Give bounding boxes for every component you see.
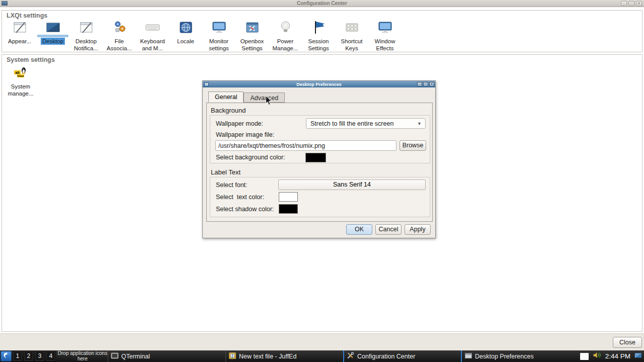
tab-content-frame: Background Wallpaper mode: Stretch to fi… [206,103,433,222]
dialog-maximize-icon[interactable]: □ [423,82,428,86]
dialog-minimize-icon[interactable]: – [417,82,422,86]
app-label: Monitor settings [202,38,235,52]
apply-button[interactable]: Apply [405,224,431,235]
chevron-down-icon: ▼ [417,121,422,126]
wallpaper-mode-combobox[interactable]: Stretch to fill the entire screen ▼ [306,118,426,129]
system-settings-title: System settings [2,55,642,63]
close-button[interactable]: Close [613,337,642,348]
wallpaper-file-input[interactable] [215,140,396,151]
lxqt-item-power-management[interactable]: Power Manage... [269,20,302,52]
lxqt-item-monitor-settings[interactable]: Monitor settings [202,20,235,52]
dialog-title: Desktop Preferences [203,82,435,87]
background-section-label: Background [211,107,246,114]
cancel-button[interactable]: Cancel [375,224,401,235]
mouse-cursor [265,96,272,108]
dialog-titlebar[interactable]: Desktop Preferences – □ ✕ [203,81,435,87]
locale-globe-icon [178,19,194,38]
close-icon[interactable]: ✕ [636,1,642,6]
lxqt-item-appearance[interactable]: Appear... [3,20,36,52]
lxqt-item-desktop[interactable]: Desktop [36,20,69,52]
task-label: New text file - JuffEd [239,353,296,360]
task-desktop-preferences[interactable]: Desktop Preferences [461,350,579,362]
quicklaunch-hint: Drop application icons here [57,351,108,361]
shadow-color-label: Select shadow color: [216,206,274,213]
desktop-icon [45,19,61,38]
shortcut-keys-icon [344,19,360,38]
task-label: QTerminal [121,353,150,360]
task-juffed[interactable]: New text file - JuffEd [225,350,343,362]
tab-general[interactable]: General [208,92,244,103]
terminal-icon [111,352,119,361]
wallpaper-mode-label: Wallpaper mode: [216,120,263,127]
openbox-icon [244,19,261,38]
app-label: Desktop Notifica... [69,38,103,52]
clipboard-tray-icon[interactable] [580,353,589,360]
workspace-button-3[interactable]: 3 [35,351,45,361]
desktop-preferences-dialog: Desktop Preferences – □ ✕ General Advanc… [202,80,436,238]
app-label: Locale [177,38,194,45]
window-title: Configuration Center [0,1,644,6]
workspace-button-4[interactable]: 4 [46,351,56,361]
minimize-icon[interactable]: – [621,1,627,6]
appearance-icon [12,19,28,38]
lxqt-item-shortcut-keys[interactable]: Shortcut Keys [335,20,368,52]
dialog-close-icon[interactable]: ✕ [429,82,434,86]
lxqt-settings-title: LXQt settings [2,11,642,19]
file-associations-icon [111,19,128,38]
dialog-tabbar: General Advanced [208,92,285,103]
tab-advanced[interactable]: Advanced [244,93,285,103]
app-label: Desktop [41,38,65,45]
task-label: Configuration Center [357,353,415,360]
app-label: Power Manage... [269,38,302,52]
config-center-titlebar[interactable]: Configuration Center – □ ✕ [0,0,644,7]
lxqt-item-openbox-settings[interactable]: Openbox Settings [235,20,269,52]
taskbar-clock[interactable]: 2:44 PM [605,352,630,360]
lxqt-item-file-associations[interactable]: File Associa... [103,20,136,52]
keyboard-icon [144,19,161,38]
workspace-button-2[interactable]: 2 [24,351,34,361]
lxqt-item-locale[interactable]: Locale [169,20,202,52]
select-font-label: Select font: [216,182,248,189]
show-desktop-icon[interactable] [634,352,642,361]
app-label: Session Settings [302,38,335,52]
lxqt-menu-button[interactable] [1,351,12,361]
wallpaper-file-label: Wallpaper image file: [216,131,274,138]
app-label: File Associa... [103,38,136,52]
juffed-icon [228,352,236,361]
taskbar: 1 2 3 4 Drop application icons here QTer… [0,350,644,362]
lxqt-item-desktop-notifications[interactable]: Desktop Notifica... [69,20,103,52]
label-text-group: Select font: Sans Serif 14 Select text c… [210,177,430,217]
ok-button[interactable]: OK [346,224,372,235]
dialog-action-buttons: OK Cancel Apply [346,224,431,235]
lxqt-item-session-settings[interactable]: Session Settings [302,20,335,52]
bg-color-swatch[interactable] [305,153,326,162]
maximize-icon[interactable]: □ [628,1,634,6]
app-label: Shortcut Keys [335,38,368,52]
text-color-label: Select text color: [216,194,264,201]
background-group: Wallpaper mode: Stretch to fill the enti… [210,115,430,163]
app-label: Window Effects [368,38,401,52]
workspace-button-1[interactable]: 1 [13,351,23,361]
lxqt-item-keyboard-mouse[interactable]: Keyboard and M... [136,20,169,52]
text-color-swatch[interactable] [279,192,298,202]
lxqt-icon-grid: Appear... Desktop Desktop Notifica... [2,20,642,52]
app-label: Keyboard and M... [136,38,169,52]
session-flag-icon [310,19,327,38]
svg-text:linux: linux [18,74,25,77]
shadow-color-swatch[interactable] [279,204,298,214]
font-button[interactable]: Sans Serif 14 [278,179,426,190]
task-qterminal[interactable]: QTerminal [108,350,225,362]
browse-button[interactable]: Browse [399,140,426,151]
lxqt-item-window-effects[interactable]: Window Effects [368,20,401,52]
volume-icon[interactable] [593,351,601,361]
notifications-icon [78,19,95,38]
system-item-system-management[interactable]: altlinux System manage... [2,65,39,97]
task-configuration-center[interactable]: Configuration Center [343,350,461,362]
label-text-section-label: Label Text [211,168,240,176]
window-effects-icon [377,19,393,38]
svg-text:alt: alt [15,70,20,74]
app-label: Appear... [8,38,31,45]
task-label: Desktop Preferences [475,353,534,360]
monitor-icon [211,19,227,38]
wallpaper-mode-value: Stretch to fill the entire screen [310,120,393,127]
